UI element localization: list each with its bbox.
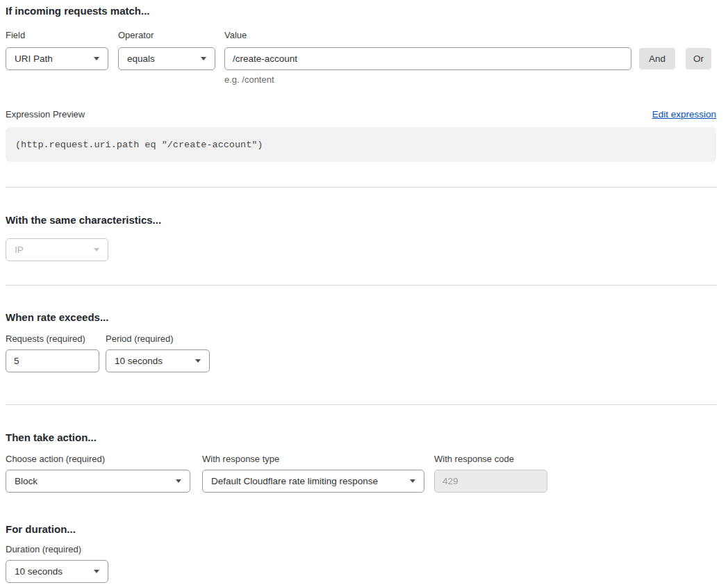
operator-label: Operator bbox=[118, 30, 215, 40]
requests-group: Requests (required) bbox=[6, 333, 99, 372]
field-group: Field URI Path bbox=[6, 30, 108, 70]
expression-preview-code: (http.request.uri.path eq "/create-accou… bbox=[6, 127, 716, 162]
characteristic-select-value: IP bbox=[15, 245, 24, 255]
section-divider bbox=[6, 187, 716, 188]
and-button[interactable]: And bbox=[639, 48, 675, 69]
rate-fields-row: Requests (required) Period (required) 10… bbox=[6, 333, 716, 372]
chevron-down-icon bbox=[201, 57, 206, 60]
period-group: Period (required) 10 seconds bbox=[106, 333, 210, 372]
duration-select-value: 10 seconds bbox=[15, 566, 63, 577]
chevron-down-icon bbox=[176, 479, 181, 483]
match-fields-row: Field URI Path Operator equals Value e.g… bbox=[6, 30, 716, 85]
or-button[interactable]: Or bbox=[686, 48, 711, 69]
choose-action-select[interactable]: Block bbox=[6, 470, 190, 493]
response-code-label: With response code bbox=[434, 454, 547, 464]
characteristic-select: IP bbox=[6, 238, 108, 261]
chevron-down-icon bbox=[94, 57, 99, 60]
choose-action-group: Choose action (required) Block bbox=[6, 454, 190, 493]
response-code-input bbox=[434, 470, 547, 493]
section-heading-rate: When rate exceeds... bbox=[6, 311, 716, 324]
section-heading-duration: For duration... bbox=[6, 522, 716, 536]
choose-action-select-value: Block bbox=[15, 476, 38, 486]
response-code-group: With response code bbox=[434, 454, 547, 493]
section-heading-match: If incoming requests match... bbox=[6, 4, 716, 18]
value-input[interactable] bbox=[224, 47, 631, 70]
section-heading-action: Then take action... bbox=[6, 431, 716, 445]
response-type-label: With response type bbox=[202, 454, 424, 464]
operator-select-value: equals bbox=[127, 53, 155, 64]
period-label: Period (required) bbox=[106, 333, 210, 344]
rate-limiting-rule-form: If incoming requests match... Field URI … bbox=[0, 0, 728, 583]
chevron-down-icon bbox=[94, 570, 99, 573]
value-group: Value e.g. /content bbox=[224, 30, 631, 85]
response-type-select-value: Default Cloudflare rate limiting respons… bbox=[211, 476, 378, 486]
field-select-value: URI Path bbox=[15, 53, 53, 64]
edit-expression-link[interactable]: Edit expression bbox=[652, 109, 716, 120]
requests-input[interactable] bbox=[6, 349, 99, 372]
section-heading-characteristics: With the same characteristics... bbox=[6, 213, 716, 227]
duration-select[interactable]: 10 seconds bbox=[6, 560, 108, 583]
expression-preview-label: Expression Preview bbox=[6, 108, 85, 120]
field-label: Field bbox=[6, 30, 108, 40]
response-type-group: With response type Default Cloudflare ra… bbox=[202, 454, 424, 493]
duration-label: Duration (required) bbox=[6, 544, 108, 554]
chevron-down-icon bbox=[410, 479, 415, 483]
duration-group: Duration (required) 10 seconds bbox=[6, 544, 108, 583]
value-label: Value bbox=[224, 30, 631, 40]
section-divider bbox=[6, 404, 716, 405]
field-select[interactable]: URI Path bbox=[6, 47, 108, 70]
expression-preview-header: Expression Preview Edit expression bbox=[6, 108, 716, 120]
operator-group: Operator equals bbox=[118, 30, 215, 70]
action-fields-row: Choose action (required) Block With resp… bbox=[6, 454, 716, 493]
operator-select[interactable]: equals bbox=[118, 47, 215, 70]
requests-label: Requests (required) bbox=[6, 333, 99, 344]
period-select-value: 10 seconds bbox=[115, 356, 163, 366]
choose-action-label: Choose action (required) bbox=[6, 454, 190, 464]
value-helper-text: e.g. /content bbox=[224, 74, 631, 85]
chevron-down-icon bbox=[94, 248, 99, 252]
period-select[interactable]: 10 seconds bbox=[106, 349, 210, 372]
chevron-down-icon bbox=[195, 359, 201, 363]
response-type-select[interactable]: Default Cloudflare rate limiting respons… bbox=[202, 470, 424, 493]
section-divider bbox=[6, 285, 716, 286]
